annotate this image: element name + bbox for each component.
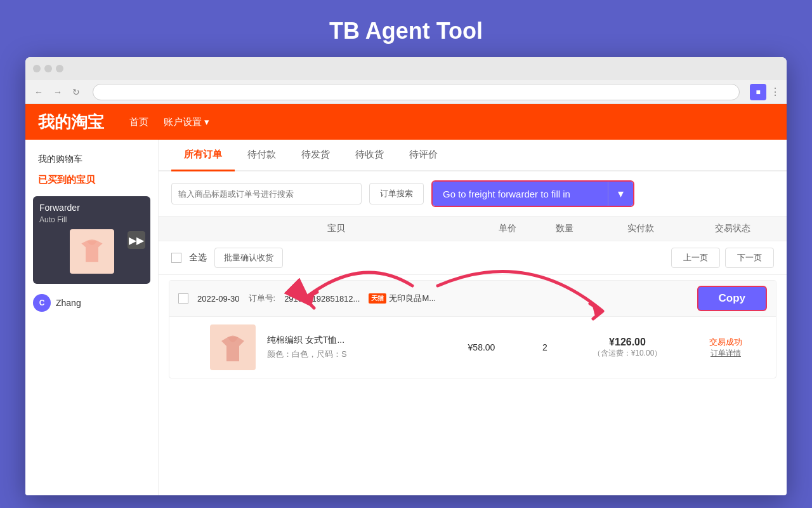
header-unit-price: 单价 xyxy=(476,223,539,234)
sidebar: 我的购物车 已买到的宝贝 Forwarder Auto Fill ▶▶ xyxy=(25,140,159,495)
prev-page-button[interactable]: 上一页 xyxy=(671,248,720,268)
forwarder-expand-button[interactable]: ▶▶ xyxy=(128,231,145,249)
product-unit-price: ¥58.00 xyxy=(450,342,513,352)
tab-pending-payment[interactable]: 待付款 xyxy=(235,140,289,171)
nav-account-settings[interactable]: 账户设置 ▾ xyxy=(164,116,209,128)
extension-icon-puzzle[interactable]: ■ xyxy=(750,84,766,100)
sidebar-cart-label: 我的购物车 xyxy=(25,150,158,169)
product-quantity: 2 xyxy=(520,342,570,352)
tab-pending-receipt[interactable]: 待收货 xyxy=(343,140,396,171)
forwarder-dropdown-arrow[interactable]: ▾ xyxy=(608,182,633,206)
user-info: C Zhang xyxy=(25,289,158,317)
tab-pending-review[interactable]: 待评价 xyxy=(396,140,450,171)
order-date: 2022-09-30 xyxy=(197,294,240,304)
page-title: TB Agent Tool xyxy=(0,18,812,44)
forwarder-title: Forwarder xyxy=(39,203,144,213)
product-attr: 颜色：白色，尺码：S xyxy=(267,349,443,360)
trade-status: 交易成功 xyxy=(684,337,767,348)
browser-dot-green xyxy=(56,65,63,72)
table-header: 宝贝 单价 数量 实付款 交易状态 xyxy=(159,217,787,241)
pagination-buttons: 上一页 下一页 xyxy=(671,248,774,268)
user-name: Zhang xyxy=(56,298,81,308)
search-input[interactable] xyxy=(171,183,362,204)
order-row: 2022-09-30 订单号: 291949192851812... 天猫 无印… xyxy=(169,280,776,378)
header-quantity: 数量 xyxy=(539,223,590,234)
browser-titlebar xyxy=(25,57,787,80)
header-trade-status: 交易状态 xyxy=(691,223,774,234)
order-num-label: 订单号: xyxy=(249,293,276,304)
browser-dot-red xyxy=(33,65,41,72)
tab-all-orders[interactable]: 所有订单 xyxy=(171,140,235,171)
product-shipping-note: （含运费：¥10.00） xyxy=(577,348,678,359)
browser-window: ← → ↻ ■ ⋮ 我的淘宝 首页 账户设置 ▾ 我的购物车 xyxy=(25,57,787,495)
order-detail-link[interactable]: 订单详情 xyxy=(684,348,767,359)
browser-dot-yellow xyxy=(44,65,52,72)
taobao-nav: 首页 账户设置 ▾ xyxy=(129,116,209,128)
user-avatar: C xyxy=(33,294,51,312)
taobao-header: 我的淘宝 首页 账户设置 ▾ xyxy=(25,104,787,140)
store-name: 无印良品M... xyxy=(389,293,436,304)
main-content: 我的购物车 已买到的宝贝 Forwarder Auto Fill ▶▶ xyxy=(25,140,787,495)
product-info: 纯棉编织 女式T恤... 颜色：白色，尺码：S xyxy=(267,335,443,360)
taobao-logo: 我的淘宝 xyxy=(38,111,104,133)
forwarder-panel: Forwarder Auto Fill ▶▶ xyxy=(33,196,150,284)
forwarder-product-image xyxy=(70,229,114,274)
order-tabs: 所有订单 待付款 待发货 待收货 待评价 xyxy=(159,140,787,171)
select-all-label: 全选 xyxy=(189,252,207,264)
product-status: 交易成功 订单详情 xyxy=(684,337,767,359)
product-image xyxy=(210,324,256,370)
copy-button[interactable]: Copy xyxy=(697,286,768,311)
refresh-button[interactable]: ↻ xyxy=(70,86,82,98)
browser-toolbar: ← → ↻ ■ ⋮ xyxy=(25,80,787,104)
confirm-receipt-button[interactable]: 批量确认收货 xyxy=(214,248,283,268)
header-actual-payment: 实付款 xyxy=(590,223,691,234)
product-total: ¥126.00 （含运费：¥10.00） xyxy=(577,337,678,359)
back-button[interactable]: ← xyxy=(32,86,46,98)
search-button[interactable]: 订单搜索 xyxy=(369,183,424,204)
header-checkbox xyxy=(171,223,197,234)
header-product: 宝贝 xyxy=(197,223,476,234)
product-total-price: ¥126.00 xyxy=(577,337,678,348)
bulk-actions-bar: 全选 批量确认收货 上一页 下一页 xyxy=(159,241,787,275)
search-bar: 订单搜索 Go to freight forwarder to fill in … xyxy=(159,171,787,217)
order-header: 2022-09-30 订单号: 291949192851812... 天猫 无印… xyxy=(169,281,776,317)
forward-button[interactable]: → xyxy=(51,86,65,98)
select-all-checkbox[interactable] xyxy=(171,253,181,263)
sidebar-bought-items[interactable]: 已买到的宝贝 xyxy=(25,169,158,191)
forwarder-dropdown[interactable]: Go to freight forwarder to fill in ▾ xyxy=(431,180,634,207)
menu-dots[interactable]: ⋮ xyxy=(770,86,780,98)
address-bar[interactable] xyxy=(93,84,740,100)
forwarder-dropdown-text: Go to freight forwarder to fill in xyxy=(433,182,608,206)
product-name: 纯棉编织 女式T恤... xyxy=(267,335,443,346)
tab-pending-shipment[interactable]: 待发货 xyxy=(289,140,343,171)
nav-home[interactable]: 首页 xyxy=(129,116,148,128)
tmall-icon: 天猫 xyxy=(369,293,386,304)
next-page-button[interactable]: 下一页 xyxy=(725,248,774,268)
forwarder-subtitle: Auto Fill xyxy=(39,215,144,224)
extension-icons: ■ ⋮ xyxy=(750,84,780,100)
order-num: 291949192851812... xyxy=(284,294,360,304)
store-badge: 天猫 无印良品M... xyxy=(369,293,436,304)
orders-main: 所有订单 待付款 待发货 待收货 待评价 订单搜索 Go to freight … xyxy=(159,140,787,495)
product-row: 纯棉编织 女式T恤... 颜色：白色，尺码：S ¥58.00 2 ¥126.00… xyxy=(169,317,776,378)
order-checkbox[interactable] xyxy=(178,293,188,304)
